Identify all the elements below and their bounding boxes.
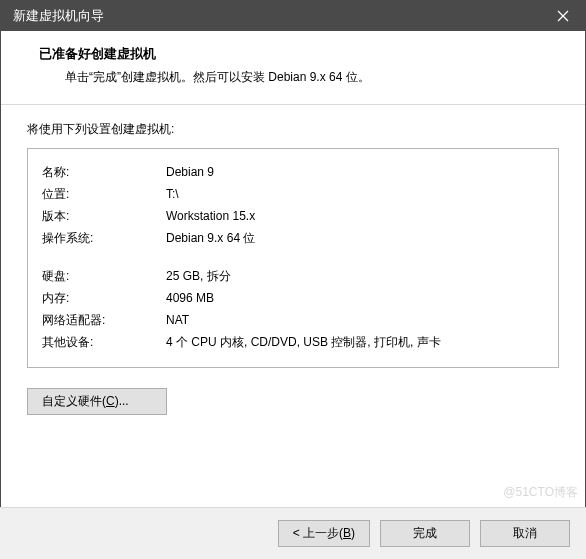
customize-label-prefix: 自定义硬件( — [42, 394, 106, 408]
finish-button[interactable]: 完成 — [380, 520, 470, 547]
header-subtitle: 单击“完成”创建虚拟机。然后可以安装 Debian 9.x 64 位。 — [39, 69, 561, 86]
summary-label: 其他设备: — [42, 331, 166, 353]
summary-row: 版本:Workstation 15.x — [42, 205, 544, 227]
wizard-header: 已准备好创建虚拟机 单击“完成”创建虚拟机。然后可以安装 Debian 9.x … — [1, 31, 585, 105]
wizard-content: 将使用下列设置创建虚拟机: 名称:Debian 9位置:T:\版本:Workst… — [1, 105, 585, 425]
summary-value: 4096 MB — [166, 287, 544, 309]
summary-row: 其他设备:4 个 CPU 内核, CD/DVD, USB 控制器, 打印机, 声… — [42, 331, 544, 353]
summary-value: Workstation 15.x — [166, 205, 544, 227]
summary-value: 4 个 CPU 内核, CD/DVD, USB 控制器, 打印机, 声卡 — [166, 331, 544, 353]
customize-hotkey: C — [106, 394, 115, 408]
header-title: 已准备好创建虚拟机 — [39, 45, 561, 63]
summary-row: 位置:T:\ — [42, 183, 544, 205]
wizard-footer: < 上一步(B) 完成 取消 — [0, 507, 586, 559]
summary-label: 位置: — [42, 183, 166, 205]
summary-label: 版本: — [42, 205, 166, 227]
summary-label: 硬盘: — [42, 265, 166, 287]
summary-row: 操作系统:Debian 9.x 64 位 — [42, 227, 544, 249]
summary-value: Debian 9 — [166, 161, 544, 183]
content-lead: 将使用下列设置创建虚拟机: — [27, 121, 559, 138]
summary-value: T:\ — [166, 183, 544, 205]
summary-row: 名称:Debian 9 — [42, 161, 544, 183]
summary-label: 名称: — [42, 161, 166, 183]
summary-label: 内存: — [42, 287, 166, 309]
summary-value: Debian 9.x 64 位 — [166, 227, 544, 249]
summary-label: 网络适配器: — [42, 309, 166, 331]
close-icon — [557, 10, 569, 22]
titlebar: 新建虚拟机向导 — [1, 1, 585, 31]
back-hotkey: B — [343, 526, 351, 540]
cancel-button[interactable]: 取消 — [480, 520, 570, 547]
close-button[interactable] — [540, 1, 585, 31]
window-title: 新建虚拟机向导 — [13, 8, 104, 25]
back-suffix: ) — [351, 526, 355, 540]
summary-value: 25 GB, 拆分 — [166, 265, 544, 287]
summary-box: 名称:Debian 9位置:T:\版本:Workstation 15.x操作系统… — [27, 148, 559, 368]
summary-row: 内存:4096 MB — [42, 287, 544, 309]
summary-label: 操作系统: — [42, 227, 166, 249]
summary-row: 网络适配器:NAT — [42, 309, 544, 331]
summary-row: 硬盘:25 GB, 拆分 — [42, 265, 544, 287]
back-prefix: < 上一步( — [293, 526, 343, 540]
customize-hardware-button[interactable]: 自定义硬件(C)... — [27, 388, 167, 415]
summary-value: NAT — [166, 309, 544, 331]
customize-label-suffix: )... — [115, 394, 129, 408]
watermark: @51CTO博客 — [503, 484, 578, 501]
back-button[interactable]: < 上一步(B) — [278, 520, 370, 547]
